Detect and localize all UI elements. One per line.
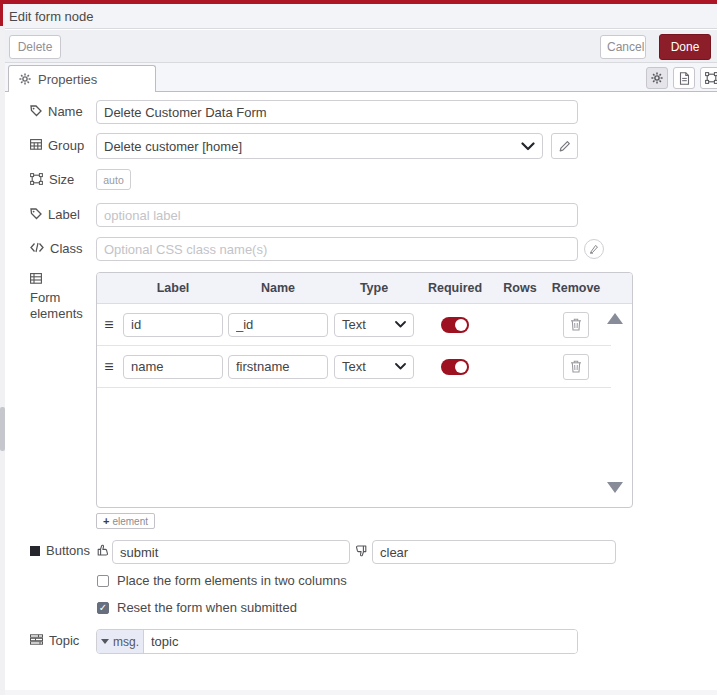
chevron-down-icon xyxy=(395,321,406,328)
form-element-row: ≡ Text xyxy=(97,304,611,346)
form-element-row: ≡ Text xyxy=(97,346,611,388)
tab-icon-group xyxy=(646,67,717,89)
tag-icon xyxy=(30,105,42,117)
clear-button-text-input[interactable] xyxy=(372,540,616,564)
element-label-input[interactable] xyxy=(123,355,223,379)
chevron-down-icon xyxy=(395,363,406,370)
required-toggle[interactable] xyxy=(441,359,469,375)
buttons-field-label: Buttons xyxy=(30,543,90,558)
dialog-button-bar: Delete Cancel Done xyxy=(5,30,717,63)
editor-header-strip-corner xyxy=(0,0,3,26)
column-header-label: Label xyxy=(121,281,225,295)
tab-button-description[interactable] xyxy=(673,67,695,89)
properties-panel: Name Group Delete customer [home] xyxy=(5,92,717,695)
remove-element-button[interactable] xyxy=(563,354,589,380)
required-toggle[interactable] xyxy=(441,317,469,333)
form-elements-header: Label Name Type Required Rows Remove xyxy=(97,273,632,304)
column-header-required: Required xyxy=(417,281,493,295)
tab-button-properties[interactable] xyxy=(646,67,668,89)
column-header-remove: Remove xyxy=(547,281,605,295)
tag-icon xyxy=(30,208,42,220)
pencil-icon xyxy=(559,140,571,152)
tab-properties-label: Properties xyxy=(38,72,97,87)
group-select[interactable]: Delete customer [home] xyxy=(96,133,543,159)
object-group-icon xyxy=(30,173,43,185)
remove-element-button[interactable] xyxy=(563,312,589,338)
class-input[interactable] xyxy=(96,237,578,261)
reset-form-checkbox-row[interactable]: ✓ Reset the form when submitted xyxy=(97,600,297,615)
edit-dialog-tab-bar: Properties xyxy=(5,63,717,92)
form-elements-table: Label Name Type Required Rows Remove ≡ T… xyxy=(96,272,633,508)
bottom-edge xyxy=(5,690,717,695)
two-columns-checkbox-row[interactable]: Place the form elements in two columns xyxy=(97,573,347,588)
table-icon xyxy=(30,139,42,150)
column-header-rows: Rows xyxy=(493,281,547,295)
trash-icon xyxy=(570,318,582,331)
thumbs-down-icon xyxy=(355,545,368,558)
group-select-value: Delete customer [home] xyxy=(104,139,242,154)
topic-field-label: Topic xyxy=(30,633,79,648)
tab-button-appearance[interactable] xyxy=(700,67,717,89)
code-icon xyxy=(30,242,44,253)
dialog-header: Edit form node xyxy=(5,4,717,29)
topic-type-select[interactable]: msg. xyxy=(97,630,144,653)
class-field-label: Class xyxy=(30,241,83,256)
class-style-button[interactable] xyxy=(584,239,604,259)
done-button[interactable]: Done xyxy=(659,34,711,60)
element-label-input[interactable] xyxy=(123,313,223,337)
object-group-icon xyxy=(705,72,717,84)
check-icon: ✓ xyxy=(99,603,107,613)
reset-form-checkbox-label: Reset the form when submitted xyxy=(117,600,297,615)
checkbox-checked[interactable]: ✓ xyxy=(97,602,109,614)
column-header-type: Type xyxy=(331,281,417,295)
checkbox-unchecked[interactable] xyxy=(97,575,109,587)
quill-icon xyxy=(589,244,599,254)
caret-down-icon xyxy=(101,639,109,644)
submit-button-text-input[interactable] xyxy=(112,540,350,564)
group-edit-button[interactable] xyxy=(551,133,578,159)
drag-handle-icon[interactable]: ≡ xyxy=(104,317,113,333)
gear-icon xyxy=(651,72,663,84)
name-input[interactable] xyxy=(96,100,578,124)
delete-button[interactable]: Delete xyxy=(9,35,61,59)
name-field-label: Name xyxy=(30,104,83,119)
topic-typed-input: msg. xyxy=(96,629,578,654)
trash-icon xyxy=(570,360,582,373)
thumbs-up-icon xyxy=(96,543,109,556)
label-input[interactable] xyxy=(96,203,578,227)
element-name-input[interactable] xyxy=(228,313,328,337)
element-type-select[interactable]: Text xyxy=(334,355,414,379)
two-columns-checkbox-label: Place the form elements in two columns xyxy=(117,573,347,588)
chevron-down-icon xyxy=(521,142,535,151)
column-header-name: Name xyxy=(225,281,331,295)
scroll-down-icon[interactable] xyxy=(607,482,623,493)
size-button[interactable]: auto xyxy=(96,169,131,190)
topic-input[interactable] xyxy=(144,630,577,653)
form-elements-field-label: Formelements xyxy=(30,272,92,323)
tasks-icon xyxy=(30,634,43,645)
gear-icon xyxy=(19,73,31,85)
file-icon xyxy=(679,72,690,85)
size-field-label: Size xyxy=(30,172,74,187)
table-list-icon xyxy=(30,273,42,284)
dialog-title: Edit form node xyxy=(9,9,94,24)
tab-properties[interactable]: Properties xyxy=(8,65,156,92)
scroll-up-icon[interactable] xyxy=(607,313,623,324)
editor-header-strip xyxy=(0,0,717,4)
group-field-label: Group xyxy=(30,138,84,153)
label-field-label: Label xyxy=(30,207,80,222)
element-name-input[interactable] xyxy=(228,355,328,379)
cancel-button[interactable]: Cancel xyxy=(600,35,646,59)
square-icon xyxy=(30,546,40,556)
topic-type-label: msg. xyxy=(113,635,139,649)
drag-handle-icon[interactable]: ≡ xyxy=(104,359,113,375)
plus-icon: + xyxy=(103,516,109,527)
element-type-select[interactable]: Text xyxy=(334,313,414,337)
add-element-button[interactable]: + element xyxy=(96,513,155,529)
